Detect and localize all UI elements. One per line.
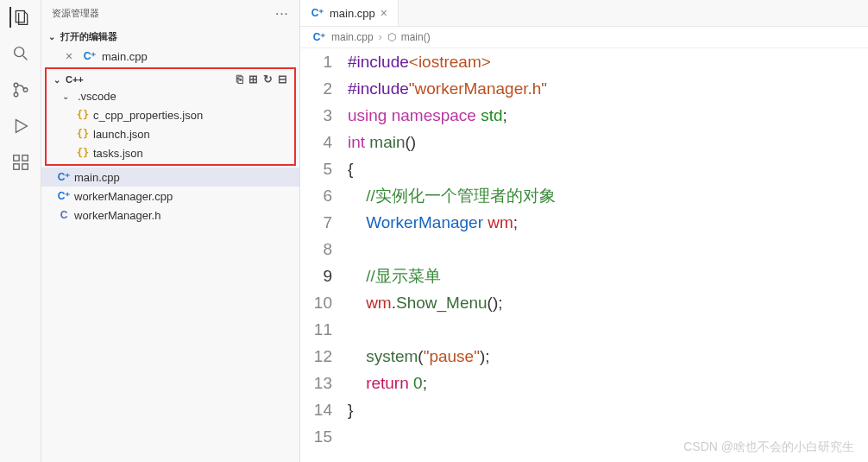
svg-point-2 bbox=[14, 83, 18, 87]
json-file-icon: {} bbox=[76, 146, 90, 160]
svg-rect-5 bbox=[13, 155, 18, 161]
cpp-file-icon: C⁺ bbox=[312, 30, 326, 44]
cpp-file-icon: C⁺ bbox=[83, 49, 97, 63]
chevron-right-icon: › bbox=[379, 31, 382, 43]
editor-tab[interactable]: C⁺ main.cpp × bbox=[300, 0, 399, 26]
refresh-icon[interactable]: ↻ bbox=[263, 73, 273, 85]
new-file-icon[interactable]: ⎘ bbox=[236, 73, 243, 85]
cpp-file-icon: C⁺ bbox=[57, 170, 71, 184]
symbol-icon: ⬡ bbox=[387, 31, 396, 43]
line-gutter: 123456789101112131415 bbox=[300, 48, 348, 462]
explorer-title: 资源管理器 bbox=[52, 7, 99, 20]
file-item[interactable]: {} c_cpp_properties.json bbox=[47, 105, 294, 124]
json-file-icon: {} bbox=[76, 108, 90, 122]
explorer-sidebar: 资源管理器 ··· ⌄ 打开的编辑器 × C⁺ main.cpp ⌄C++ ⎘ … bbox=[41, 0, 300, 462]
chevron-down-icon: ⌄ bbox=[62, 92, 74, 101]
file-item[interactable]: C workerManager.h bbox=[41, 206, 299, 225]
explorer-icon[interactable] bbox=[9, 7, 30, 28]
file-item[interactable]: C⁺ workerManager.cpp bbox=[41, 187, 299, 206]
more-actions-icon[interactable]: ··· bbox=[276, 9, 289, 19]
highlighted-region: ⌄C++ ⎘ ⊞ ↻ ⊟ ⌄ .vscode {} c_cpp_properti… bbox=[45, 67, 296, 166]
new-folder-icon[interactable]: ⊞ bbox=[248, 73, 258, 85]
file-item[interactable]: {} tasks.json bbox=[47, 143, 294, 162]
editor-tabs: C⁺ main.cpp × bbox=[300, 0, 868, 27]
activity-bar bbox=[0, 0, 41, 462]
cpp-file-icon: C⁺ bbox=[311, 6, 324, 20]
open-editors-header[interactable]: ⌄ 打开的编辑器 bbox=[41, 27, 299, 47]
c-file-icon: C bbox=[57, 208, 71, 222]
svg-rect-6 bbox=[13, 164, 18, 169]
svg-rect-8 bbox=[22, 155, 27, 161]
chevron-down-icon: ⌄ bbox=[53, 75, 66, 85]
svg-point-1 bbox=[14, 47, 23, 57]
editor-area: C⁺ main.cpp × C⁺ main.cpp › ⬡ main() 123… bbox=[300, 0, 868, 462]
close-icon[interactable]: × bbox=[381, 6, 387, 20]
json-file-icon: {} bbox=[76, 127, 90, 141]
debug-icon[interactable] bbox=[10, 116, 31, 136]
close-icon[interactable]: × bbox=[66, 49, 78, 63]
breadcrumb[interactable]: C⁺ main.cpp › ⬡ main() bbox=[300, 27, 868, 48]
source-control-icon[interactable] bbox=[10, 79, 31, 100]
code-content[interactable]: #include<iostream>#include"workerManager… bbox=[348, 48, 868, 462]
extensions-icon[interactable] bbox=[10, 152, 31, 173]
file-item[interactable]: {} launch.json bbox=[47, 124, 294, 143]
code-editor[interactable]: 123456789101112131415 #include<iostream>… bbox=[300, 48, 868, 462]
file-item[interactable]: C⁺ main.cpp bbox=[41, 168, 299, 187]
search-icon[interactable] bbox=[10, 43, 31, 64]
watermark: CSDN @啥也不会的小白研究生 bbox=[683, 440, 854, 455]
svg-rect-7 bbox=[22, 164, 27, 169]
collapse-icon[interactable]: ⊟ bbox=[278, 73, 287, 85]
svg-point-3 bbox=[14, 92, 18, 97]
open-editor-item[interactable]: × C⁺ main.cpp bbox=[48, 47, 299, 66]
project-header[interactable]: ⌄C++ ⎘ ⊞ ↻ ⊟ bbox=[47, 71, 294, 87]
svg-rect-0 bbox=[16, 11, 24, 22]
folder-item[interactable]: ⌄ .vscode bbox=[47, 87, 294, 105]
cpp-file-icon: C⁺ bbox=[57, 189, 71, 203]
chevron-down-icon: ⌄ bbox=[48, 32, 60, 41]
